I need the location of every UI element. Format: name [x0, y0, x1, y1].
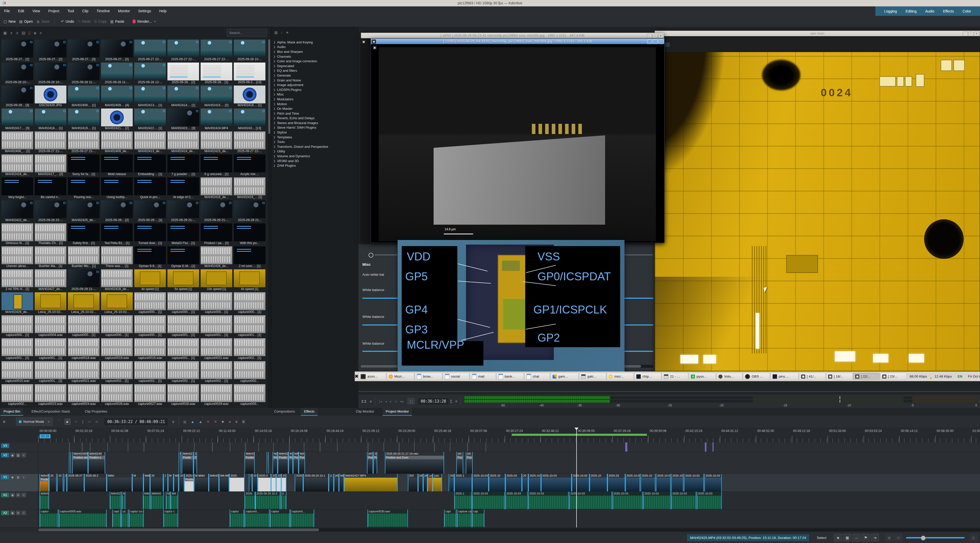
effect-category[interactable]: ❯Audio: [272, 45, 356, 49]
menu-file[interactable]: File: [0, 6, 14, 16]
monitor-timecode[interactable]: 00:36:13:28: [418, 398, 448, 404]
zoom-out-icon[interactable]: ▤: [894, 534, 902, 541]
timeline-clip[interactable]: 20: [150, 474, 163, 491]
microscope-tool-icon[interactable]: [665, 42, 670, 47]
bin-clip[interactable]: 2025-09-27 21-...: [34, 131, 67, 154]
bin-clip[interactable]: ⊟MAH02414.... [1]: [167, 85, 200, 108]
bin-clip[interactable]: ⊟2025-09-29 21-...: [167, 200, 200, 223]
timeline-clip[interactable]: 2025-03: [505, 474, 522, 491]
menu-project[interactable]: Project: [44, 6, 64, 16]
track-head-v3[interactable]: V3: [0, 443, 38, 452]
timeline-clip-marker[interactable]: [337, 443, 338, 452]
bin-clip[interactable]: Thorlabs Ch... [1]: [34, 223, 67, 246]
bin-clip[interactable]: Buehler Ma... [1]: [34, 246, 67, 269]
timeline-audio-clip[interactable]: MAH0: [40, 492, 49, 509]
timeline-clip[interactable]: 2025-09-27: [67, 474, 84, 491]
bin-clip[interactable]: MAH02426_de...: [200, 246, 233, 269]
bin-clip[interactable]: ⊟MAH02413.... [1]: [134, 85, 167, 108]
menu-view[interactable]: View: [28, 6, 44, 16]
tag-toggle-icon[interactable]: ◈: [834, 534, 842, 541]
bin-clip[interactable]: ⊟MAH02424.MP4: [200, 108, 233, 131]
effect-category[interactable]: ❯Volume and Dynamics: [272, 154, 356, 159]
bin-clip[interactable]: Sorry for fa... [1]: [67, 154, 100, 177]
timeline-ruler[interactable]: 02:15 00:00:00:0000:02:20:1800:04:41:060…: [38, 428, 980, 443]
timeline-hscrollbar[interactable]: [38, 528, 980, 532]
timeline-clip[interactable]: 2: [163, 474, 168, 491]
timeline-clip[interactable]: 2025-10-03: [541, 474, 572, 491]
effect-category[interactable]: ❯Reverb, Echo and Delays: [272, 116, 356, 121]
open-button[interactable]: ▤Open: [19, 19, 33, 24]
taskbar-button[interactable]: brow...: [415, 373, 442, 380]
timeline-clip[interactable]: 20: [252, 474, 258, 491]
lift-zone-icon[interactable]: ✕: [214, 419, 217, 424]
minimize-icon[interactable]: –: [647, 34, 652, 38]
markers-toggle-icon[interactable]: ⚑: [862, 534, 870, 541]
effect-category[interactable]: ❯Channels: [272, 54, 356, 59]
effect-category[interactable]: ❯Misc: [272, 92, 356, 97]
zoom-dropdown-icon[interactable]: ∨: [369, 399, 372, 403]
bin-clip[interactable]: MetaDi Flui... [1]: [167, 223, 200, 246]
timeline-audio-clip[interactable]: [1: [281, 492, 286, 509]
bin-clip[interactable]: MAH02416_de...: [1, 154, 34, 177]
bin-clip[interactable]: capture000... [1]: [100, 315, 134, 338]
effect-category[interactable]: ❯Stereo and Binaural Images: [272, 121, 356, 125]
timeline-clip[interactable]: MAHO: [173, 474, 179, 491]
effect-category[interactable]: ❯Stylize: [272, 130, 356, 135]
timeline-clip-marker[interactable]: [368, 443, 369, 452]
timeline-clip[interactable]: MAPos: [299, 452, 305, 474]
monitor-zoom-level[interactable]: 1:1: [361, 399, 366, 403]
taskbar-button[interactable]: mail: [470, 373, 496, 380]
undo-button[interactable]: ↶Undo: [61, 19, 74, 24]
bin-clip[interactable]: Dymax 9-9... [1]: [134, 246, 167, 269]
timeline-clip[interactable]: 2025-10-03: [528, 474, 541, 491]
menu-clip[interactable]: Clip: [78, 6, 92, 16]
timeline-clip-marker[interactable]: [127, 443, 128, 452]
timeline-clip[interactable]: MAHOPositio: [245, 452, 255, 474]
track-target-icon[interactable]: ◉: [10, 493, 15, 497]
bin-clip[interactable]: ⊟MAH02422.... [1]: [134, 108, 167, 131]
bin-clip[interactable]: Leica_25-10-02...: [67, 292, 100, 315]
taskbar-button[interactable]: ▣[ 41/...: [799, 373, 826, 380]
track-head-a1[interactable]: A1◉≋▪: [0, 492, 38, 510]
timeline-audio-clip[interactable]: 2025-1: [454, 492, 472, 509]
timeline-clip-marker[interactable]: [320, 443, 321, 452]
razor-tool-icon[interactable]: ✂: [75, 419, 78, 424]
timeline-clip[interactable]: [69, 452, 71, 474]
bin-clip[interactable]: 2025-09-27 21-...: [67, 131, 100, 154]
workspace-logging[interactable]: Logging: [880, 9, 901, 13]
bin-clip[interactable]: ⊟2025-09-28 10-...: [1, 62, 34, 85]
taskbar-button[interactable]: ▣[ 23/...: [880, 373, 907, 380]
timeline-clip-marker[interactable]: [705, 443, 706, 452]
bin-clip[interactable]: capture003...: [233, 384, 266, 407]
timeline-clip[interactable]: 20Pos: [373, 452, 377, 474]
timeline-audio-clip[interactable]: captur: [40, 510, 58, 527]
bin-clip[interactable]: Quick in-pro...: [134, 177, 167, 200]
timeline-clip-marker[interactable]: [194, 443, 195, 452]
search-input[interactable]: Search...: [227, 29, 267, 37]
bin-clip[interactable]: capture000... [1]: [134, 315, 167, 338]
timeline-clip[interactable]: M MAH: [194, 474, 209, 491]
bin-clip[interactable]: MAH02417_... [2]: [34, 154, 67, 177]
taskbar-menu-icon[interactable]: ✖: [355, 374, 358, 379]
bin-clip[interactable]: capture000... [1]: [1, 315, 34, 338]
effect-category[interactable]: ❯On Master: [272, 106, 356, 111]
timeline-clip[interactable]: 2025-0: [258, 474, 271, 491]
workspace-effects[interactable]: Effects: [939, 9, 958, 13]
effect-category[interactable]: ❯Blur and Sharpen: [272, 49, 356, 54]
bin-clip[interactable]: capture002... [1]: [134, 361, 167, 384]
timeline-clip[interactable]: [1: [329, 474, 334, 491]
maximize-icon[interactable]: □: [653, 40, 658, 44]
zone-edit-icon[interactable]: ⬚: [407, 398, 415, 404]
tag-icon[interactable]: ◈: [34, 31, 37, 35]
track-target-icon[interactable]: ◉: [10, 475, 15, 479]
effect-category[interactable]: ❯Deprecated: [272, 64, 356, 68]
timeline-clip[interactable]: 2025-09-29 21-17-19.mkvPosition and Zoom: [385, 452, 444, 474]
timeline-clip[interactable]: 2025-10-03: [625, 474, 640, 491]
bin-clip[interactable]: MAH02413_de...: [134, 131, 167, 154]
bin-clip[interactable]: Mold release: [100, 154, 134, 177]
timeline-clip[interactable]: MAH0Positio: [40, 474, 49, 491]
menu-tool[interactable]: Tool: [63, 6, 78, 16]
bin-clip[interactable]: MAH02421.... [2]: [100, 108, 134, 131]
timeline-audio-clip[interactable]: captur: [230, 510, 244, 527]
timeline-clip-marker[interactable]: [625, 443, 627, 452]
